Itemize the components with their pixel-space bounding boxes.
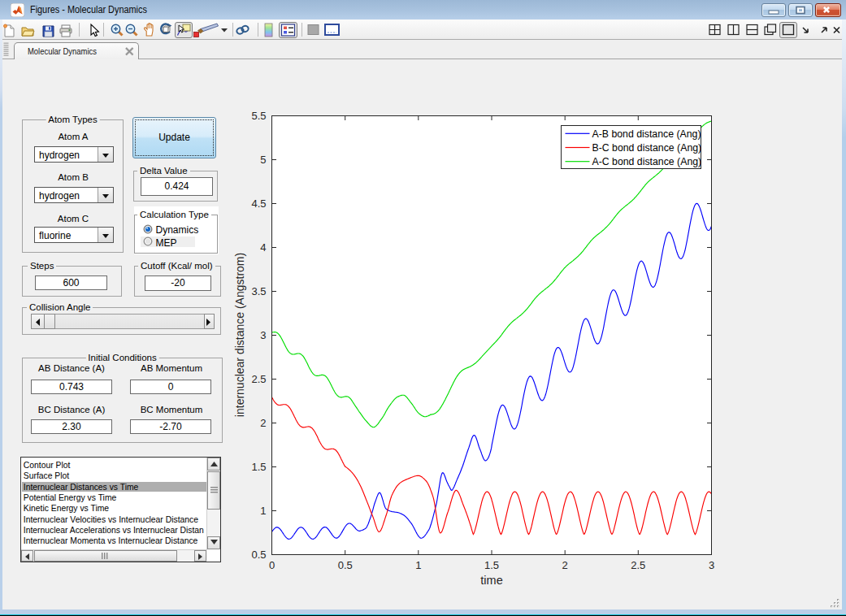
svg-text:3: 3 [709, 559, 714, 571]
svg-text:5.5: 5.5 [251, 110, 266, 122]
svg-text:1: 1 [260, 505, 266, 517]
svg-text:internuclear distance (Angstro: internuclear distance (Angstrom) [233, 253, 246, 417]
svg-text:1: 1 [415, 559, 421, 571]
svg-text:2.5: 2.5 [251, 373, 266, 385]
svg-text:4: 4 [260, 241, 266, 254]
svg-text:A-C bond distance (Ang): A-C bond distance (Ang) [592, 156, 702, 167]
svg-text:2: 2 [260, 417, 266, 429]
svg-text:A-B bond distance (Ang): A-B bond distance (Ang) [592, 128, 701, 140]
svg-text:0: 0 [269, 559, 275, 571]
svg-text:0.5: 0.5 [251, 549, 266, 561]
svg-text:B-C bond distance (Ang): B-C bond distance (Ang) [592, 142, 702, 154]
svg-text:time: time [480, 574, 502, 587]
svg-text:0.5: 0.5 [338, 559, 353, 571]
svg-text:3: 3 [260, 329, 266, 341]
svg-text:2.5: 2.5 [631, 559, 645, 571]
svg-text:2: 2 [562, 559, 568, 571]
svg-text:4.5: 4.5 [251, 197, 266, 210]
svg-text:1.5: 1.5 [251, 461, 266, 473]
svg-text:1.5: 1.5 [484, 559, 499, 571]
svg-text:3.5: 3.5 [251, 285, 266, 297]
svg-text:5: 5 [260, 154, 266, 166]
